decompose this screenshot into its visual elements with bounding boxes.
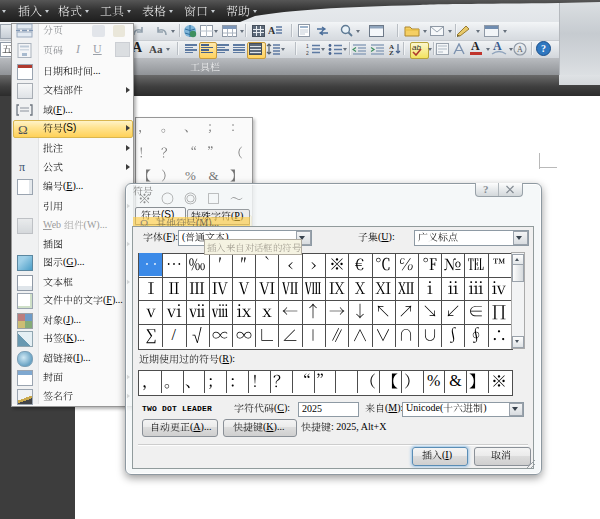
svg-text:A: A: [517, 45, 523, 54]
svg-text:Z: Z: [389, 49, 394, 55]
svg-text:2: 2: [306, 50, 309, 55]
svg-text:?: ?: [541, 43, 546, 54]
svg-text:A: A: [268, 25, 276, 36]
svg-text:1: 1: [306, 43, 309, 49]
